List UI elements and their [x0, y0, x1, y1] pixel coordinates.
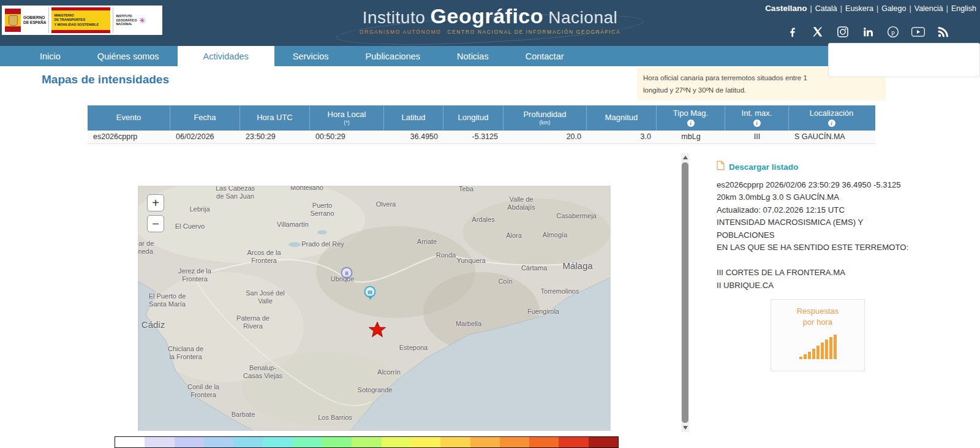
column-header: Fecha	[170, 105, 240, 131]
scale-segment	[440, 437, 470, 447]
language-separator: |	[909, 4, 911, 13]
column-header-label: Tipo Mag.	[673, 109, 708, 118]
ign-logo-glyph-icon: ✳	[139, 16, 146, 25]
scroll-down-arrow-icon[interactable]	[681, 423, 689, 432]
divider	[48, 7, 49, 33]
language-separator: |	[876, 4, 878, 13]
nav-item-noticias[interactable]: Noticias	[439, 46, 507, 66]
info-icon[interactable]: i	[687, 120, 695, 127]
search-input[interactable]	[829, 44, 979, 77]
table-cell: -5.3125	[443, 131, 503, 143]
language-link-euskera[interactable]: Euskera	[845, 4, 873, 13]
earthquake-table: EventoFechaHora UTCHora Local(*)LatitudL…	[88, 105, 875, 144]
intensity-pin-II[interactable]: II	[341, 267, 353, 279]
responses-chart-box: Respuestas por hora	[771, 299, 865, 371]
column-header-label: Magnitud	[605, 113, 638, 123]
scale-segment	[145, 437, 174, 447]
bar	[829, 337, 832, 359]
x-twitter-icon[interactable]	[810, 25, 825, 39]
search-panel[interactable]	[828, 43, 980, 77]
column-header: Longitud	[443, 105, 503, 131]
table-row[interactable]: es2026cpprp06/02/202623:50:2900:50:2936.…	[88, 131, 875, 144]
nav-item-servicios[interactable]: Servicios	[274, 46, 347, 66]
language-link-english[interactable]: English	[951, 4, 976, 13]
vertical-scrollbar[interactable]	[681, 153, 689, 432]
ministry-text: MINISTERIO DE TRANSPORTES Y MOVILIDAD SO…	[54, 13, 99, 26]
nav-item-actividades[interactable]: Actividades	[178, 46, 274, 66]
instagram-icon[interactable]	[835, 25, 850, 39]
map-zoom-controls: + −	[147, 194, 164, 232]
ign-logo[interactable]: Instituto Geográfico Nacional Organismo …	[294, 4, 686, 35]
language-link-valenci[interactable]: Valencià	[914, 4, 943, 13]
language-link-catal[interactable]: Català	[815, 4, 837, 13]
site-title: Instituto Geográfico Nacional	[294, 4, 686, 28]
table-cell: 06/02/2026	[170, 131, 240, 143]
site-title-word: Nacional	[548, 8, 617, 27]
column-header-label: Localización	[810, 109, 854, 118]
scale-segment	[115, 437, 145, 447]
language-link-galego[interactable]: Galego	[881, 4, 906, 13]
youtube-icon[interactable]	[911, 25, 925, 39]
download-listing-link[interactable]: Descargar listado	[717, 161, 920, 173]
scale-segment	[233, 437, 263, 447]
column-header: Profundidad(km)	[503, 105, 587, 131]
intensity-scale	[115, 436, 619, 448]
info-icon[interactable]: i	[753, 120, 761, 127]
intensity-map[interactable]: Las Cabezas de San JuanMontellanoTebaVal…	[138, 186, 611, 431]
bar	[799, 357, 802, 359]
government-logo-bar[interactable]: GOBIERNO DE ESPAÑA MINISTERIO DE TRANSPO…	[2, 6, 162, 35]
bar	[812, 349, 815, 359]
scale-segment	[263, 437, 292, 447]
pinterest-icon[interactable]: p	[886, 25, 900, 39]
column-header-label: Fecha	[194, 113, 216, 123]
table-cell: mbLg	[657, 131, 725, 143]
column-header: Int. max.i	[725, 105, 789, 131]
scale-segment	[411, 437, 440, 447]
nav-item-contactar[interactable]: Contactar	[507, 46, 582, 66]
facebook-icon[interactable]	[785, 25, 800, 39]
page: GOBIERNO DE ESPAÑA MINISTERIO DE TRANSPO…	[0, 0, 980, 448]
download-label: Descargar listado	[729, 162, 798, 172]
site-subtitle-part: Centro Nacional de Información Geográfic…	[447, 29, 620, 35]
bar	[821, 343, 824, 359]
table-cell: 36.4950	[384, 131, 443, 143]
scrollbar-thumb[interactable]	[682, 162, 688, 423]
column-header: Hora UTC	[240, 105, 310, 131]
scale-segment	[293, 437, 322, 447]
column-header-sublabel: (km)	[540, 120, 551, 126]
page-title: Mapas de intensidades	[42, 73, 169, 86]
table-cell: 23:50:29	[240, 131, 310, 143]
scale-segment	[500, 437, 529, 447]
column-header-label: Latitud	[401, 113, 425, 123]
scroll-up-arrow-icon[interactable]	[681, 153, 689, 162]
bar	[816, 346, 820, 359]
nav-item-inicio[interactable]: Inicio	[21, 46, 79, 66]
responses-bar-chart	[776, 333, 859, 359]
language-link-castellano[interactable]: Castellano	[765, 4, 807, 13]
intensity-pin-III[interactable]: III	[364, 286, 376, 298]
language-separator: |	[946, 4, 948, 13]
scale-segment	[529, 437, 559, 447]
linkedin-icon[interactable]	[861, 25, 875, 39]
column-header-label: Hora UTC	[257, 113, 293, 123]
nav-item-publicaciones[interactable]: Publicaciones	[347, 46, 439, 66]
spain-coat-of-arms-icon	[5, 9, 21, 32]
site-title-word: Instituto	[363, 8, 426, 27]
spain-flag-icon: MINISTERIO DE TRANSPORTES Y MOVILIDAD SO…	[51, 7, 110, 33]
bar	[808, 352, 811, 359]
zoom-in-button[interactable]: +	[147, 194, 164, 211]
divider	[113, 7, 113, 33]
nav-item-qui-nes-somos[interactable]: Quiénes somos	[79, 46, 178, 66]
zoom-out-button[interactable]: −	[147, 215, 164, 232]
bar	[804, 354, 807, 359]
scale-segment	[382, 437, 411, 447]
column-header-label: Hora Local	[328, 110, 366, 120]
bar	[834, 335, 837, 359]
notice-line: longitud y 27ºN y 30ºN de latitud.	[643, 84, 880, 96]
table-body: es2026cpprp06/02/202623:50:2900:50:2936.…	[88, 131, 875, 144]
info-icon[interactable]: i	[828, 120, 835, 127]
social-icons: p	[785, 25, 951, 39]
rss-icon[interactable]	[936, 25, 951, 39]
map-marker-layer: IIIII	[138, 186, 610, 430]
event-info-text: es2026cpprp 2026/02/06 23:50:29 36.4950 …	[717, 179, 920, 292]
